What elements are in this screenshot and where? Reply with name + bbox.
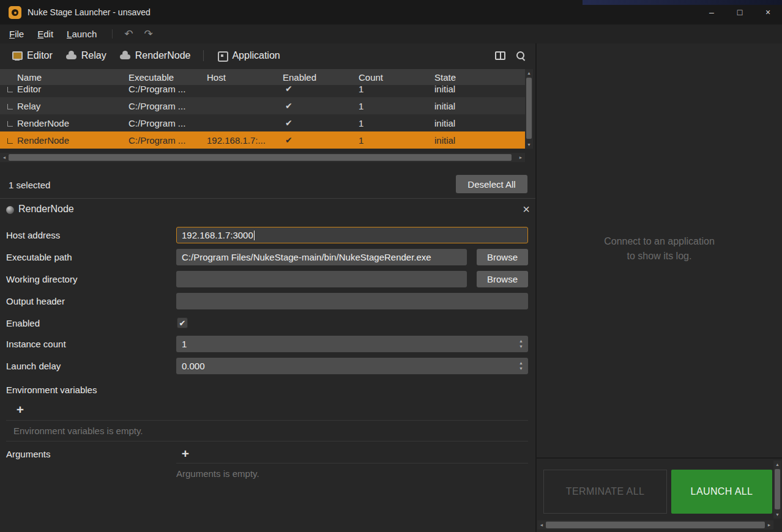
cell-executable: C:/Program ... — [128, 118, 207, 128]
toolbar-add-editor[interactable]: Editor — [5, 50, 59, 61]
host-address-input[interactable]: 192.168.1.7:3000 — [176, 227, 528, 243]
tree-branch-icon — [7, 121, 13, 127]
actions-horizontal-scrollbar[interactable]: ◄ ► — [537, 520, 773, 530]
launch-delay-stepper[interactable]: 0.000 ▲ ▼ — [176, 358, 528, 374]
scroll-down-icon[interactable]: ▼ — [525, 141, 533, 149]
add-argument-button[interactable]: + — [179, 446, 192, 461]
working-directory-browse-button[interactable]: Browse — [477, 271, 528, 287]
columns-icon[interactable] — [495, 51, 505, 60]
cell-state: initial — [434, 135, 525, 146]
cell-name: RenderNode — [17, 135, 69, 146]
table-row-rendernode-selected[interactable]: RenderNode C:/Program ... 192.168.1.7:..… — [0, 131, 525, 149]
log-actions-divider — [537, 457, 782, 459]
checkbox-check-icon: ✔ — [179, 319, 186, 328]
scroll-up-icon[interactable]: ▲ — [773, 460, 781, 468]
column-header-state[interactable]: State — [434, 72, 525, 83]
vertical-scrollbar-handle[interactable] — [526, 78, 532, 139]
executable-path-label: Executable path — [6, 249, 72, 265]
detail-close-icon[interactable]: × — [519, 202, 534, 216]
output-header-input[interactable] — [176, 293, 528, 309]
output-header-label: Output header — [6, 293, 65, 309]
executable-browse-button[interactable]: Browse — [477, 249, 528, 265]
list-divider — [6, 420, 528, 421]
spin-up-icon[interactable]: ▲ — [519, 361, 523, 366]
spin-down-icon[interactable]: ▼ — [519, 366, 523, 371]
cell-count: 1 — [359, 85, 434, 94]
cell-executable: C:/Program ... — [128, 135, 207, 146]
redo-icon[interactable]: ↷ — [139, 28, 158, 40]
scroll-left-icon[interactable]: ◄ — [537, 520, 546, 530]
toolbar-right-icons — [495, 50, 536, 61]
tree-branch-icon — [7, 104, 13, 109]
cell-name: Editor — [17, 85, 41, 94]
scroll-up-icon[interactable]: ▲ — [525, 69, 533, 77]
host-address-value: 192.168.1.7:3000 — [182, 230, 253, 240]
node-icon — [6, 206, 14, 214]
toolbar-relay-label: Relay — [81, 50, 106, 61]
enabled-label: Enabled — [6, 315, 40, 331]
toolbar-editor-label: Editor — [27, 50, 53, 61]
horizontal-scrollbar-handle[interactable] — [546, 522, 765, 528]
list-divider — [6, 441, 528, 441]
table-horizontal-scrollbar[interactable]: ◄ ► — [0, 153, 525, 162]
cell-name: Relay — [17, 101, 40, 111]
actions-vertical-scrollbar[interactable]: ▲ ▼ — [773, 460, 781, 519]
cell-count: 1 — [359, 101, 434, 111]
relay-icon — [66, 50, 77, 61]
toolbar-separator — [203, 50, 204, 61]
undo-icon[interactable]: ↶ — [119, 28, 138, 40]
spin-up-icon[interactable]: ▲ — [519, 339, 523, 344]
column-header-host[interactable]: Host — [207, 72, 283, 83]
working-directory-input[interactable] — [176, 271, 467, 287]
menu-file[interactable]: File — [2, 29, 31, 39]
host-address-label: Host address — [6, 227, 60, 243]
app-icon[interactable] — [9, 6, 21, 19]
cell-state: initial — [434, 101, 525, 111]
table-vertical-scrollbar[interactable]: ▲ ▼ — [525, 69, 533, 149]
scroll-left-icon[interactable]: ◄ — [0, 153, 9, 162]
panel-divider[interactable] — [535, 43, 537, 532]
enabled-checkbox[interactable]: ✔ — [177, 317, 188, 328]
table-row-rendernode[interactable]: RenderNode C:/Program ... ✔ 1 initial — [0, 114, 525, 131]
arguments-label: Arguments — [6, 446, 51, 462]
spin-down-icon[interactable]: ▼ — [519, 344, 523, 349]
deselect-all-button[interactable]: Deselect All — [456, 175, 527, 193]
toolbar-add-application[interactable]: Application — [210, 50, 286, 61]
toolbar-add-relay[interactable]: Relay — [59, 50, 113, 61]
executable-path-value: C:/Program Files/NukeStage-main/bin/Nuke… — [182, 252, 431, 262]
add-environment-variable-button[interactable]: + — [13, 402, 27, 417]
table-row-editor[interactable]: Editor C:/Program ... ✔ 1 initial — [0, 85, 525, 97]
table-row-relay[interactable]: Relay C:/Program ... ✔ 1 initial — [0, 97, 525, 114]
menu-edit[interactable]: Edit — [31, 29, 60, 39]
application-icon — [217, 50, 228, 61]
scroll-right-icon[interactable]: ► — [516, 153, 525, 162]
column-header-executable[interactable]: Executable — [128, 72, 207, 83]
table-header: Name Executable Host Enabled Count State — [0, 69, 525, 85]
launch-all-button[interactable]: LAUNCH ALL — [671, 470, 772, 514]
enabled-check-icon: ✔ — [283, 85, 359, 94]
log-placeholder-line: to show its log. — [537, 249, 782, 264]
table-body: Editor C:/Program ... ✔ 1 initial Relay … — [0, 85, 525, 149]
arguments-empty-text: Arguments is empty. — [176, 468, 259, 479]
horizontal-scrollbar-handle[interactable] — [9, 154, 512, 161]
column-header-enabled[interactable]: Enabled — [283, 72, 359, 83]
rendernode-icon — [120, 50, 131, 61]
menubar: File Edit Launch ↶ ↷ — [0, 24, 782, 43]
launch-delay-value: 0.000 — [182, 361, 205, 371]
toolbar: Editor Relay RenderNode Application — [0, 43, 536, 68]
terminate-all-button[interactable]: TERMINATE ALL — [543, 470, 667, 514]
menu-launch[interactable]: Launch — [60, 29, 103, 39]
toolbar-add-rendernode[interactable]: RenderNode — [113, 50, 198, 61]
cell-count: 1 — [359, 135, 434, 146]
scroll-right-icon[interactable]: ► — [765, 520, 773, 530]
instance-count-stepper[interactable]: 1 ▲ ▼ — [176, 336, 528, 352]
scroll-down-icon[interactable]: ▼ — [773, 511, 781, 519]
tree-branch-icon — [7, 138, 13, 144]
executable-path-input[interactable]: C:/Program Files/NukeStage-main/bin/Nuke… — [176, 249, 467, 265]
column-header-count[interactable]: Count — [359, 72, 434, 83]
search-icon[interactable] — [515, 50, 526, 61]
column-header-name[interactable]: Name — [0, 72, 128, 83]
working-directory-label: Working directory — [6, 271, 77, 287]
log-placeholder: Connect to an application to show its lo… — [537, 234, 782, 264]
vertical-scrollbar-handle[interactable] — [775, 469, 780, 509]
